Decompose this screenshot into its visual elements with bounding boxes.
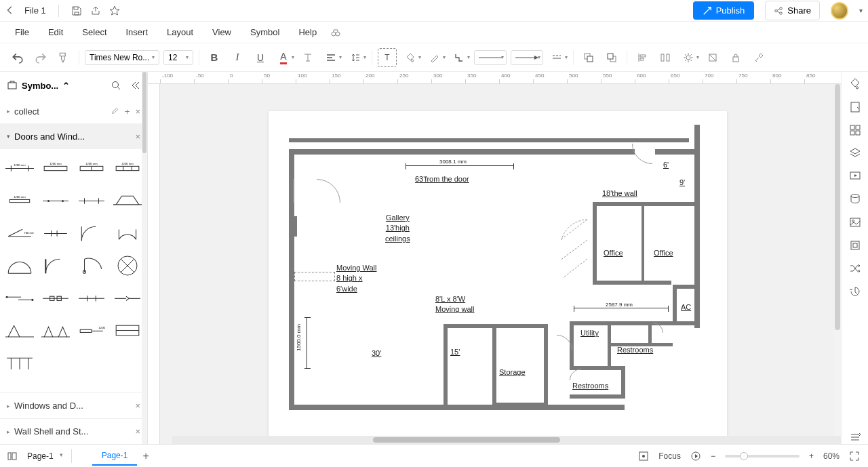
doors-windows-section[interactable]: ▾Doors and Wind... × (0, 123, 147, 149)
symbol-bifold-2[interactable] (40, 317, 72, 344)
wall[interactable] (673, 285, 700, 289)
collapse-rail-icon[interactable] (848, 430, 862, 444)
chevron-down-icon[interactable]: ▾ (443, 54, 446, 60)
wall[interactable] (593, 281, 671, 285)
chevron-up-icon[interactable]: ⌃ (62, 81, 70, 91)
label-restrooms-1[interactable]: Restrooms (617, 345, 653, 355)
shuffle-icon[interactable] (848, 262, 862, 275)
symbol-revolving-door[interactable] (111, 252, 143, 279)
binoculars-icon[interactable] (330, 27, 341, 38)
wall[interactable] (289, 405, 625, 410)
chevron-down-icon[interactable]: ▾ (565, 54, 568, 60)
symbol-sliding-2[interactable] (40, 285, 72, 312)
grid-icon[interactable] (848, 123, 862, 137)
text-box-button[interactable]: T (378, 48, 397, 67)
line-color-button[interactable] (425, 48, 444, 67)
wall[interactable] (289, 149, 635, 155)
panel-scrollbar[interactable] (142, 72, 147, 444)
avatar[interactable] (831, 2, 848, 20)
chevron-down-icon[interactable]: ▾ (363, 54, 366, 60)
symbol-window-3[interactable] (76, 187, 108, 214)
close-icon[interactable]: × (135, 401, 140, 411)
connector-button[interactable] (450, 48, 469, 67)
chevron-down-icon[interactable]: ▾ (292, 54, 294, 60)
wall[interactable] (443, 324, 496, 328)
chevron-down-icon[interactable]: ▾ (696, 54, 699, 60)
symbol-sliding-4[interactable] (111, 285, 143, 312)
label-moving-wall-8x8[interactable]: 8'L x 8'W Moving wall (435, 294, 474, 315)
font-color-button[interactable]: A (274, 48, 293, 67)
symbol-opening-4[interactable]: 1200 mm (111, 155, 143, 182)
page-select[interactable]: Page-1 ▾ (23, 449, 66, 463)
wall[interactable] (642, 205, 644, 282)
chevron-down-icon[interactable]: ▾ (467, 54, 470, 60)
lock-button[interactable] (726, 48, 745, 67)
wall[interactable] (694, 125, 700, 328)
star-icon[interactable] (109, 5, 120, 16)
outline-icon[interactable] (7, 451, 18, 462)
presentation-icon[interactable] (848, 169, 862, 183)
symbol-double-door-1[interactable] (4, 252, 36, 279)
send-back-button[interactable] (579, 48, 598, 67)
symbol-door-arc-1[interactable] (76, 220, 108, 247)
fullscreen-icon[interactable] (849, 451, 860, 462)
share-button[interactable]: Share (765, 1, 820, 20)
zoom-out-button[interactable]: − (711, 451, 715, 461)
dimension-line[interactable] (307, 317, 307, 369)
chevron-down-icon[interactable]: ▾ (418, 54, 421, 60)
add-page-button[interactable]: + (142, 450, 149, 462)
symbol-opening-2[interactable]: 1200 mm (40, 155, 72, 182)
close-icon[interactable]: × (135, 131, 140, 142)
bring-front-button[interactable] (602, 48, 621, 67)
account-caret-icon[interactable]: ▾ (859, 7, 863, 14)
wall[interactable] (496, 403, 548, 407)
menu-help[interactable]: Help (289, 23, 326, 41)
align-button[interactable] (321, 48, 340, 67)
underline-button[interactable]: U (251, 48, 270, 67)
menu-view[interactable]: View (203, 23, 241, 41)
zoom-in-button[interactable]: + (809, 451, 814, 461)
symbol-sliding-3[interactable] (76, 285, 108, 312)
collapse-panel-icon[interactable] (130, 80, 140, 91)
wall[interactable] (293, 216, 297, 237)
redo-button[interactable] (31, 48, 50, 67)
wall[interactable] (673, 321, 700, 325)
label-office-2[interactable]: Office (654, 248, 673, 258)
symbol-window-2[interactable] (40, 187, 72, 214)
wall[interactable] (492, 324, 496, 407)
play-icon[interactable] (690, 451, 701, 462)
wall[interactable] (593, 202, 597, 283)
door-arc[interactable] (632, 123, 673, 164)
floorplan[interactable]: 3008.1 mm 63'from the door 6' 9' 18'the … (269, 111, 727, 436)
symbol-bifold-1[interactable] (4, 317, 36, 344)
label-9[interactable]: 9' (679, 178, 685, 188)
chevron-down-icon[interactable]: ▾ (339, 54, 342, 60)
save-icon[interactable] (71, 5, 82, 16)
symbol-sliding-1[interactable] (4, 285, 36, 312)
effects-button[interactable] (679, 48, 698, 67)
symbol-opening-1[interactable]: 1200 mm (4, 155, 36, 182)
distribute-button[interactable] (656, 48, 675, 67)
line-dash-button[interactable] (547, 48, 566, 67)
label-restrooms-2[interactable]: Restrooms (572, 381, 608, 391)
component-icon[interactable] (848, 239, 862, 252)
wall[interactable] (655, 149, 699, 155)
label-18wall[interactable]: 18'the wall (602, 188, 637, 199)
search-icon[interactable] (111, 80, 121, 91)
symbol-door-90[interactable] (40, 252, 72, 279)
label-storage[interactable]: Storage (499, 367, 526, 378)
symbol-pocket-1[interactable]: 1200 mm (76, 317, 108, 344)
close-icon[interactable]: × (135, 426, 140, 436)
door-leaf[interactable] (293, 179, 294, 203)
wall[interactable] (570, 321, 677, 325)
wall[interactable] (673, 285, 677, 324)
symbol-garage-door[interactable] (111, 317, 143, 344)
history-icon[interactable] (848, 285, 862, 298)
wall[interactable] (570, 394, 625, 399)
symbol-triple-opening[interactable] (4, 350, 36, 377)
tools-button[interactable] (749, 48, 768, 67)
canvas-h-scrollbar[interactable] (172, 436, 841, 444)
label-15[interactable]: 15' (450, 347, 460, 357)
bold-button[interactable]: B (205, 48, 224, 67)
wall[interactable] (289, 138, 689, 142)
